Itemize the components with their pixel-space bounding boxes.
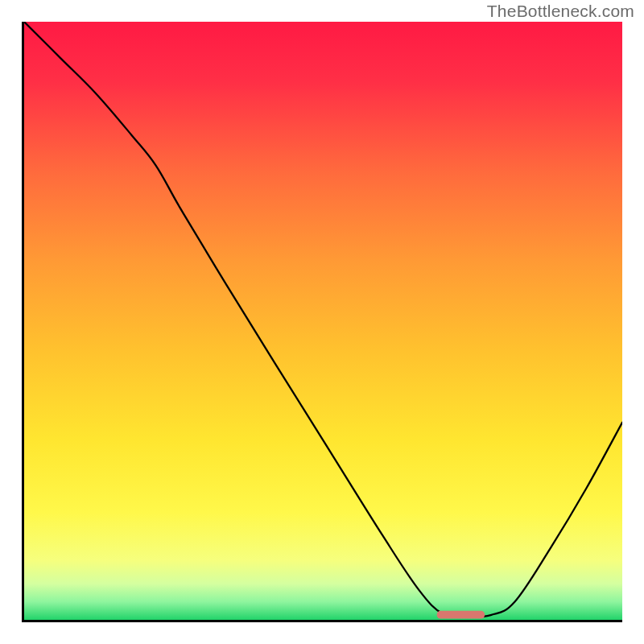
watermark-text: TheBottleneck.com — [487, 2, 634, 21]
svg-rect-1 — [437, 611, 485, 619]
chart-container: TheBottleneck.com — [0, 0, 644, 644]
optimal-segment-marker — [24, 22, 622, 620]
plot-area — [22, 22, 622, 622]
